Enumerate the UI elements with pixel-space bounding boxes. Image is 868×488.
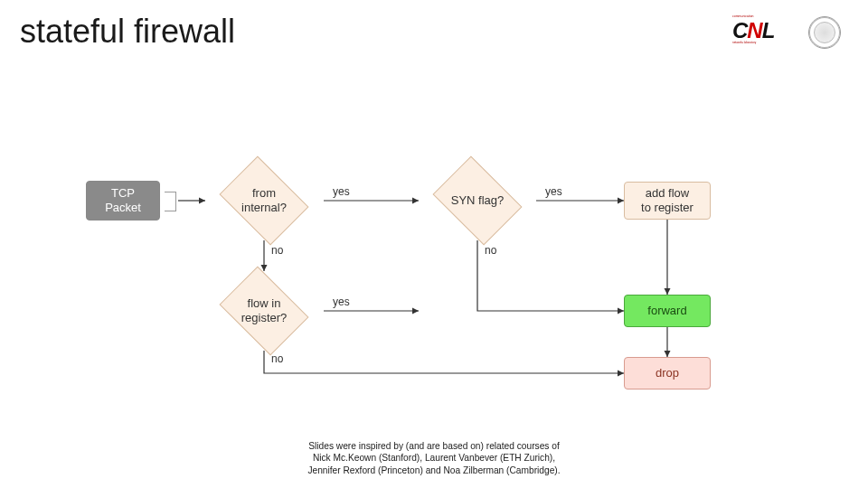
decision-syn-flag-label: SYN flag? — [451, 193, 505, 208]
edge-internal-no: no — [271, 244, 283, 257]
edge-register-no: no — [271, 352, 283, 365]
footer-line-3: Jennifer Rexford (Princeton) and Noa Zil… — [0, 465, 868, 477]
decision-from-internal: from internal? — [205, 161, 323, 240]
node-tcp-packet: TCP Packet — [86, 181, 160, 221]
flow-arrows — [0, 0, 868, 488]
footer-attribution: Slides were inspired by (and are based o… — [0, 440, 868, 477]
edge-syn-no: no — [485, 244, 496, 257]
edge-internal-yes: yes — [333, 185, 350, 198]
decision-flow-in-register-label: flow in register? — [241, 296, 288, 324]
decision-syn-flag: SYN flag? — [419, 161, 536, 240]
node-forward: forward — [624, 295, 711, 327]
node-drop: drop — [624, 357, 711, 389]
edge-syn-yes: yes — [545, 185, 562, 198]
footer-line-1: Slides were inspired by (and are based o… — [0, 440, 868, 453]
flowchart-diagram: TCP Packet from internal? SYN flag? flow… — [0, 0, 868, 488]
start-bracket-icon — [165, 192, 176, 211]
decision-from-internal-label: from internal? — [241, 186, 287, 214]
node-add-flow: add flow to register — [624, 182, 711, 220]
decision-flow-in-register: flow in register? — [205, 271, 323, 351]
footer-line-2: Nick Mc.Keown (Stanford), Laurent Vanbev… — [0, 452, 868, 465]
edge-register-yes: yes — [333, 296, 350, 308]
